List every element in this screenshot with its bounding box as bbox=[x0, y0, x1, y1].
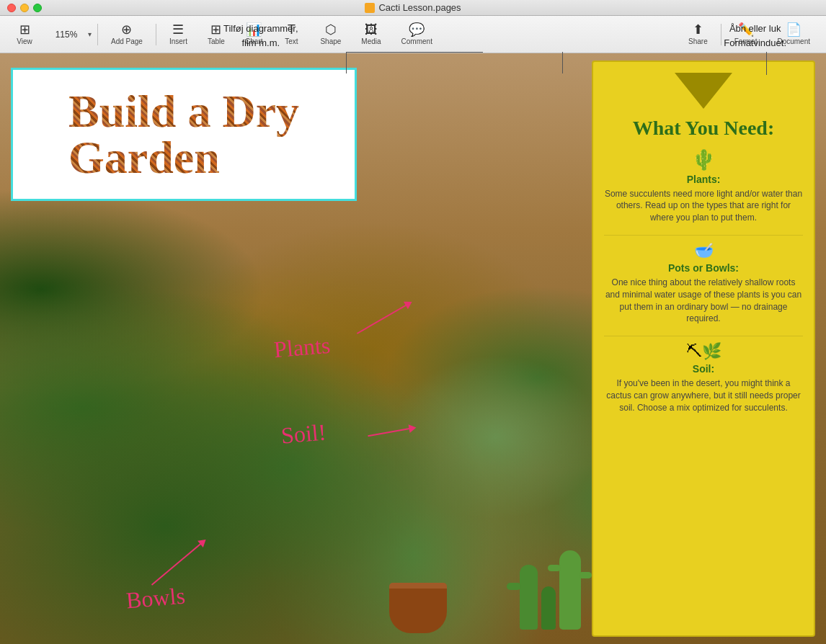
panel-item-soil-text: If you've been in the desert, you might … bbox=[604, 377, 803, 413]
document-title: Build a DryGarden bbox=[68, 89, 299, 181]
cactus-3 bbox=[559, 550, 581, 630]
view-button[interactable]: ⊞ View bbox=[10, 20, 39, 48]
toolbar-group-chart: 📊 Chart bbox=[235, 20, 272, 48]
toolbar: ⊞ View 115% ▾ ⊕ Add Page ☰ Insert ⊞ Tabl… bbox=[0, 16, 826, 53]
toolbar-group-addpage: ⊕ Add Page bbox=[101, 20, 153, 48]
add-page-button[interactable]: ⊕ Add Page bbox=[105, 20, 148, 48]
panel-item-soil-title: Soil: bbox=[604, 363, 803, 375]
document-icon bbox=[365, 3, 375, 13]
text-icon: T bbox=[288, 23, 296, 36]
toolbar-group-media: 🖼 Media bbox=[351, 20, 391, 48]
document-icon: 📄 bbox=[786, 23, 801, 36]
handwriting-plants: Plants bbox=[273, 332, 332, 364]
pots-icon: 🥣 bbox=[604, 241, 803, 260]
panel-divider-1 bbox=[604, 235, 803, 236]
cactus-arm bbox=[507, 583, 521, 590]
handwriting-soil: Soil! bbox=[280, 419, 327, 449]
chart-icon: 📊 bbox=[246, 23, 262, 36]
title-bar: Cacti Lesson.pages bbox=[0, 0, 826, 16]
toolbar-divider-3 bbox=[721, 24, 721, 45]
panel-title: What You Need: bbox=[604, 116, 803, 140]
minimize-button[interactable] bbox=[20, 4, 29, 12]
close-button[interactable] bbox=[7, 4, 16, 12]
document-button[interactable]: 📄 Document bbox=[771, 20, 816, 48]
panel-down-arrow bbox=[675, 73, 732, 109]
toolbar-group-document: 📄 Document bbox=[767, 20, 820, 48]
table-icon: ⊞ bbox=[210, 23, 221, 36]
panel-arrow-container bbox=[604, 73, 803, 109]
clay-pot bbox=[389, 583, 447, 633]
panel-item-plants-title: Plants: bbox=[604, 174, 803, 185]
panel-item-plants-text: Some succulents need more light and/or w… bbox=[604, 188, 803, 224]
format-icon: ✏️ bbox=[738, 23, 754, 36]
share-icon: ⬆ bbox=[693, 23, 703, 36]
toolbar-group-shape: ⬡ Shape bbox=[310, 20, 351, 48]
cactus-arm-right bbox=[579, 572, 592, 578]
cactus-1 bbox=[520, 565, 538, 630]
toolbar-group-zoom: 115% ▾ bbox=[43, 27, 94, 43]
share-button[interactable]: ⬆ Share bbox=[683, 20, 714, 48]
media-icon: 🖼 bbox=[365, 23, 378, 36]
comment-icon: 💬 bbox=[409, 23, 425, 36]
insert-button[interactable]: ☰ Insert bbox=[164, 20, 193, 48]
panel-item-pots-title: Pots or Bowls: bbox=[604, 262, 803, 274]
panel-item-pots: 🥣 Pots or Bowls: One nice thing about th… bbox=[604, 241, 803, 325]
cactus-arm-left bbox=[548, 565, 561, 571]
toolbar-divider-2 bbox=[156, 24, 156, 45]
shape-button[interactable]: ⬡ Shape bbox=[314, 20, 347, 48]
panel-divider-2 bbox=[604, 336, 803, 336]
view-icon: ⊞ bbox=[19, 23, 30, 36]
title-text-box[interactable]: Build a DryGarden bbox=[11, 68, 357, 201]
document-area[interactable]: Build a DryGarden Plants Soil! Bowls Wha… bbox=[0, 53, 826, 644]
toolbar-group-text: T Text bbox=[272, 20, 310, 48]
chart-button[interactable]: 📊 Chart bbox=[239, 20, 268, 48]
toolbar-divider-1 bbox=[97, 24, 98, 45]
comment-button[interactable]: 💬 Comment bbox=[396, 20, 438, 48]
fullscreen-button[interactable] bbox=[33, 4, 42, 12]
window-title: Cacti Lesson.pages bbox=[365, 2, 461, 13]
handwriting-bowls: Bowls bbox=[125, 583, 187, 614]
media-button[interactable]: 🖼 Media bbox=[355, 20, 386, 48]
plants-icon: 🌵 bbox=[604, 148, 803, 171]
toolbar-group-share: ⬆ Share bbox=[678, 20, 718, 48]
traffic-lights bbox=[7, 4, 42, 12]
cactus-decorations bbox=[520, 550, 581, 630]
text-button[interactable]: T Text bbox=[277, 20, 306, 48]
zoom-dropdown-icon[interactable]: ▾ bbox=[88, 30, 92, 38]
toolbar-group-view: ⊞ View bbox=[6, 20, 43, 48]
table-button[interactable]: ⊞ Table bbox=[202, 20, 231, 48]
toolbar-group-insert: ☰ Insert bbox=[159, 20, 197, 48]
insert-icon: ☰ bbox=[172, 23, 184, 36]
panel-item-pots-text: One nice thing about the relatively shal… bbox=[604, 277, 803, 325]
shape-icon: ⬡ bbox=[325, 23, 337, 36]
panel-item-soil: ⛏🌿 Soil: If you've been in the desert, y… bbox=[604, 342, 803, 413]
toolbar-group-format: ✏️ Format bbox=[724, 20, 768, 48]
panel-item-plants: 🌵 Plants: Some succulents need more ligh… bbox=[604, 148, 803, 224]
toolbar-group-comment: 💬 Comment bbox=[391, 20, 443, 48]
info-panel: What You Need: 🌵 Plants: Some succulents… bbox=[592, 61, 815, 637]
add-page-icon: ⊕ bbox=[121, 23, 132, 36]
soil-icon: ⛏🌿 bbox=[604, 342, 803, 361]
format-button[interactable]: ✏️ Format bbox=[729, 20, 763, 48]
zoom-button[interactable]: 115% bbox=[46, 27, 86, 43]
cactus-2 bbox=[541, 586, 556, 630]
toolbar-group-table: ⊞ Table bbox=[197, 20, 235, 48]
